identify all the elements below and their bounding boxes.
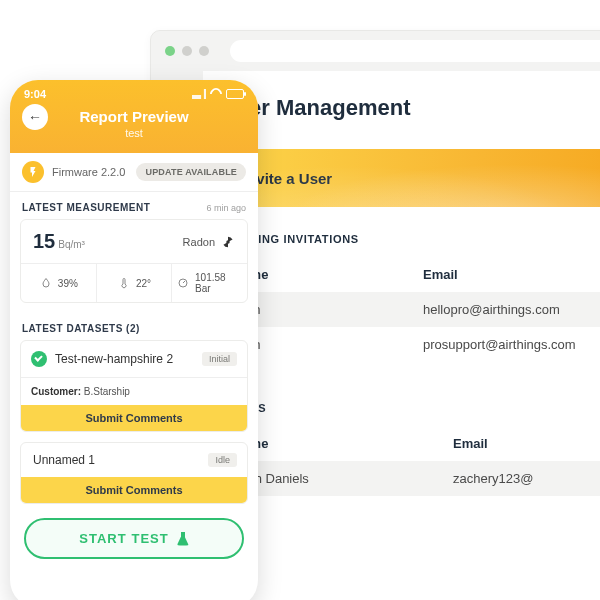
pending-invitations-heading: PENDING INVITATIONS (221, 233, 600, 245)
users-table: Name Email Zach Daniels zachery123@ (221, 426, 600, 496)
latest-measurement-heading: LATEST MEASUREMENT (22, 202, 150, 213)
flask-icon (177, 532, 189, 546)
dataset-title: Unnamed 1 (31, 453, 200, 467)
check-icon (31, 351, 47, 367)
firmware-label: Firmware 2.2.0 (52, 166, 128, 178)
humidity-chip: 39% (21, 264, 96, 302)
start-test-label: START TEST (79, 531, 169, 546)
dataset-tag: Initial (202, 352, 237, 366)
dataset-customer: Customer: B.Starship (21, 377, 247, 405)
screen-title: Report Preview (20, 108, 248, 125)
dataset-title: Test-new-hampshire 2 (55, 352, 194, 366)
column-email: Email (453, 436, 600, 451)
cell-email: zachery123@ (453, 471, 600, 486)
pending-invitations-table: Name Email zach hellopro@airthings.com G… (221, 257, 600, 362)
signal-icon (192, 89, 206, 99)
firmware-icon (22, 161, 44, 183)
dataset-tag: Idle (208, 453, 237, 467)
firmware-row: Firmware 2.2.0 UPDATE AVAILABLE (10, 153, 258, 192)
traffic-light-green[interactable] (165, 46, 175, 56)
main-content: User Management Invite a User PENDING IN… (203, 71, 600, 600)
measurement-card[interactable]: 15Bq/m³ Radon 39% 22° (20, 219, 248, 303)
wifi-icon (208, 86, 225, 103)
users-heading: USERS (221, 402, 600, 414)
phone-header: 9:04 ← Report Preview test (10, 80, 258, 153)
temperature-chip: 22° (96, 264, 172, 302)
dataset-card[interactable]: Unnamed 1 Idle Submit Comments (20, 442, 248, 504)
measurement-value: 15Bq/m³ (33, 230, 85, 253)
droplet-icon (39, 276, 53, 290)
traffic-light-grey[interactable] (182, 46, 192, 56)
status-bar: 9:04 (10, 80, 258, 102)
phone-mockup: 9:04 ← Report Preview test Firmware 2.2.… (10, 80, 258, 600)
invite-user-banner[interactable]: Invite a User (221, 149, 600, 207)
cell-email: hellopro@airthings.com (423, 302, 600, 317)
cell-name: zach (233, 302, 423, 317)
cell-name: Glen (233, 337, 423, 352)
column-name: Name (233, 436, 453, 451)
measurement-type: Radon (183, 235, 235, 249)
cell-email: prosupport@airthings.com (423, 337, 600, 352)
thermometer-icon (117, 276, 131, 290)
page-title: User Management (221, 95, 600, 121)
submit-comments-button[interactable]: Submit Comments (21, 405, 247, 431)
battery-icon (226, 89, 244, 99)
pressure-chip: 101.58 Bar (171, 264, 247, 302)
column-name: Name (233, 267, 423, 282)
dataset-card[interactable]: Test-new-hampshire 2 Initial Customer: B… (20, 340, 248, 432)
update-available-badge[interactable]: UPDATE AVAILABLE (136, 163, 246, 181)
url-bar[interactable] (230, 40, 600, 62)
table-row[interactable]: Glen prosupport@airthings.com (221, 327, 600, 362)
latest-datasets-heading: LATEST DATASETS (2) (22, 323, 140, 334)
column-email: Email (423, 267, 600, 282)
cell-name: Zach Daniels (233, 471, 453, 486)
table-row[interactable]: zach hellopro@airthings.com (221, 292, 600, 327)
traffic-light-grey[interactable] (199, 46, 209, 56)
latest-measurement-time: 6 min ago (206, 203, 246, 213)
browser-chrome (151, 31, 600, 71)
back-button[interactable]: ← (22, 104, 48, 130)
table-row[interactable]: Zach Daniels zachery123@ (221, 461, 600, 496)
radon-icon (221, 235, 235, 249)
submit-comments-button[interactable]: Submit Comments (21, 477, 247, 503)
gauge-icon (176, 276, 190, 290)
screen-subtitle: test (20, 127, 248, 139)
start-test-button[interactable]: START TEST (24, 518, 244, 559)
status-time: 9:04 (24, 88, 46, 100)
